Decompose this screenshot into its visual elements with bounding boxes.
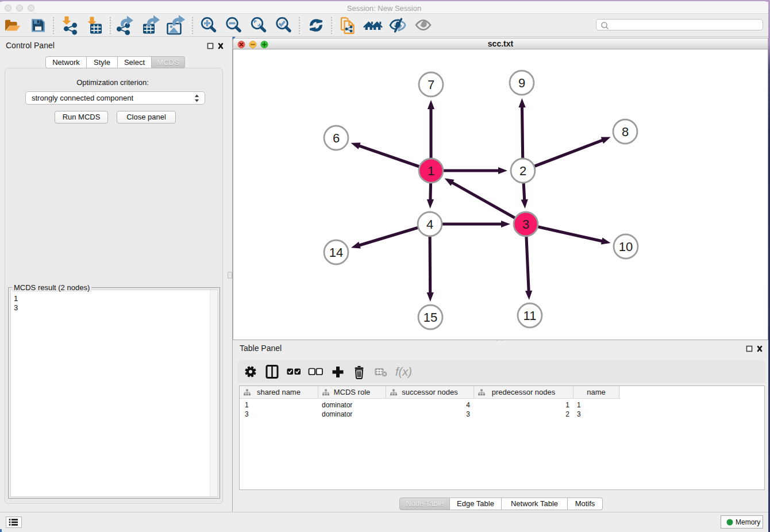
svg-text:14: 14 <box>329 245 343 260</box>
svg-text:11: 11 <box>523 309 537 323</box>
svg-text:9: 9 <box>518 76 525 90</box>
svg-text:f(x): f(x) <box>395 365 412 378</box>
svg-text:4: 4 <box>426 217 433 232</box>
svg-text:2: 2 <box>519 164 526 178</box>
svg-text:15: 15 <box>424 310 437 325</box>
svg-text:3: 3 <box>522 217 529 232</box>
svg-text:1: 1 <box>428 164 434 178</box>
svg-text:7: 7 <box>428 78 434 92</box>
svg-text:8: 8 <box>622 125 629 139</box>
svg-text:10: 10 <box>619 240 633 254</box>
svg-text:6: 6 <box>333 131 340 145</box>
